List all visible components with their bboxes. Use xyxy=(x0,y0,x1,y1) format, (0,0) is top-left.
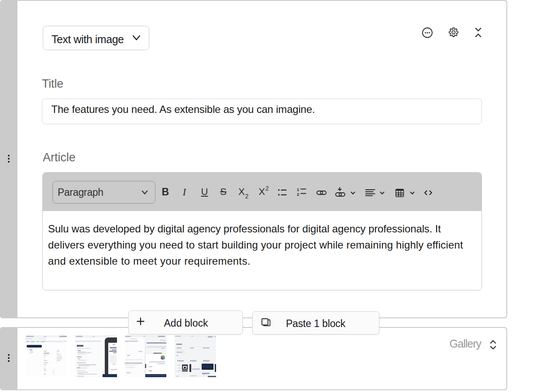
svg-text:2: 2 xyxy=(297,192,299,196)
